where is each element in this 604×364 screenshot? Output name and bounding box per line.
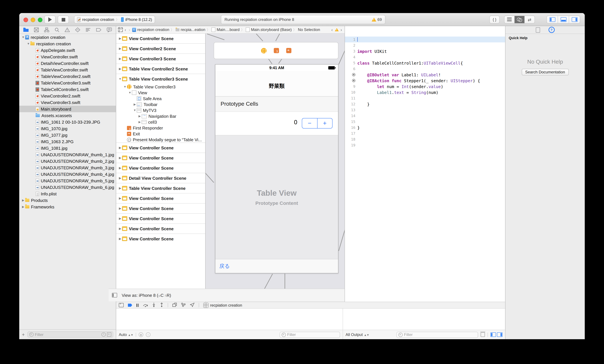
memory-graph-button[interactable] xyxy=(181,303,186,308)
test-navigator-tab[interactable] xyxy=(75,27,80,32)
version-editor-button[interactable]: ⇄ xyxy=(525,16,534,23)
code-line[interactable]: 6 xyxy=(345,66,505,72)
code-line[interactable]: @IBAction func Stepper1(_ sender: UIStep… xyxy=(345,78,505,84)
step-over-button[interactable] xyxy=(143,303,148,307)
disclosure-triangle-icon[interactable]: ▶ xyxy=(118,227,122,230)
scene-row[interactable]: ▶View Controller Scene xyxy=(116,203,205,213)
file-row[interactable]: ▶Frameworks xyxy=(19,204,116,210)
print-description-icon[interactable]: i xyxy=(146,332,151,337)
code-line[interactable]: 17 xyxy=(345,131,505,136)
toggle-outline-icon[interactable] xyxy=(112,293,117,297)
file-row[interactable]: IMG_1081.jpg xyxy=(19,145,116,151)
view-hierarchy-button[interactable] xyxy=(172,303,177,308)
code-editor[interactable]: 123import UIKit45class TableCellControll… xyxy=(345,26,505,308)
outline-item-row[interactable]: ▶cell3 xyxy=(116,119,205,125)
disclosure-triangle-icon[interactable]: ▼ xyxy=(128,91,132,94)
file-row[interactable]: IMG_1070.jpg xyxy=(19,125,116,132)
scene-row[interactable]: ▶View Controller3 Scene xyxy=(116,53,205,64)
unsaved-files-icon[interactable] xyxy=(107,332,111,337)
file-row[interactable]: TableCellController1.swift xyxy=(19,86,116,93)
code-line[interactable]: 16} xyxy=(345,125,505,131)
disclosure-triangle-icon[interactable]: ▶ xyxy=(21,205,25,208)
hide-debug-area-button[interactable] xyxy=(119,303,124,307)
project-navigator-tab[interactable] xyxy=(23,27,29,32)
outline-item-row[interactable]: ▼MyTV3 xyxy=(116,107,205,113)
file-row[interactable]: AppDelegate.swift xyxy=(19,47,116,53)
code-line[interactable]: 12 } xyxy=(345,101,505,107)
code-line[interactable]: 11 xyxy=(345,95,505,101)
disclosure-triangle-icon[interactable]: ▼ xyxy=(133,109,137,112)
file-row[interactable]: ViewController.swift xyxy=(19,53,116,60)
scene-row[interactable]: ▶View Controller Scene xyxy=(116,143,205,153)
breakpoints-toggle-button[interactable] xyxy=(128,303,132,307)
file-row[interactable]: Assets.xcassets xyxy=(19,112,116,119)
stepper-increment[interactable]: + xyxy=(317,118,332,128)
source-control-navigator-tab[interactable] xyxy=(34,27,39,32)
quick-help-tab[interactable]: ? xyxy=(548,27,554,33)
step-into-button[interactable] xyxy=(152,303,156,308)
disclosure-triangle-icon[interactable]: ▶ xyxy=(118,187,122,190)
file-row[interactable]: ▶Products xyxy=(19,197,116,204)
variables-filter-field[interactable]: Filter xyxy=(280,332,340,338)
scene-row[interactable]: ▶Table View Controller2 Scene xyxy=(116,64,205,74)
code-line[interactable]: 18 xyxy=(345,136,505,142)
scene-row[interactable]: ▶View Controller Scene xyxy=(116,233,205,244)
connection-well-icon[interactable] xyxy=(345,73,357,76)
file-inspector-tab[interactable] xyxy=(536,27,540,32)
outline-item-row[interactable]: Exit xyxy=(116,131,205,137)
disclosure-triangle-icon[interactable]: ▼ xyxy=(123,85,127,88)
file-row[interactable]: IMG_1077.jpg xyxy=(19,132,116,138)
toggle-debug-area-button[interactable] xyxy=(558,16,569,23)
debug-navigator-tab[interactable] xyxy=(86,27,91,32)
stop-button[interactable] xyxy=(58,16,69,24)
disclosure-triangle-icon[interactable]: ▶ xyxy=(118,47,122,50)
scene-row[interactable]: ▶View Controller Scene xyxy=(116,193,205,203)
symbol-navigator-tab[interactable] xyxy=(44,27,49,32)
code-line[interactable]: 19 xyxy=(345,142,505,148)
scene-row[interactable]: ▶View Controller2 Scene xyxy=(116,43,205,53)
file-row[interactable]: TableViewController3.swift xyxy=(19,80,116,86)
outline-item-row[interactable]: Present Modally segue to “Table Vi... xyxy=(116,137,205,143)
scene-row[interactable]: ▶View Controller Scene xyxy=(116,223,205,233)
file-row[interactable]: UNADJUSTEDNONRAW_thumb_5.jpg xyxy=(19,177,116,184)
scheme-selector[interactable]: recpiation creation 〉 iPhone 8 (12.2) xyxy=(74,16,155,24)
console-scope-popup[interactable]: All Output ▲▼ xyxy=(346,332,369,337)
variables-scope-popup[interactable]: Auto ▲▼ xyxy=(119,332,133,337)
find-navigator-tab[interactable] xyxy=(54,27,59,32)
toggle-navigator-button[interactable] xyxy=(547,16,558,23)
code-line[interactable]: 13 xyxy=(345,107,505,113)
console-filter-field[interactable]: Filter xyxy=(396,332,478,338)
run-button[interactable] xyxy=(44,16,55,24)
file-row[interactable]: UNADJUSTEDNONRAW_thumb_6.jpg xyxy=(19,184,116,191)
file-row[interactable]: Info.plist xyxy=(19,191,116,197)
view-as-label[interactable]: View as: iPhone 8 (wC hR) xyxy=(122,293,171,298)
file-row[interactable]: TableViewController.swift xyxy=(19,67,116,73)
add-button[interactable]: + xyxy=(22,332,25,337)
code-line[interactable]: 4 xyxy=(345,54,505,60)
file-row[interactable]: ViewController3.swift xyxy=(19,99,116,106)
disclosure-triangle-icon[interactable]: ▶ xyxy=(138,120,142,124)
disclosure-triangle-icon[interactable]: ▶ xyxy=(133,103,137,106)
disclosure-triangle-icon[interactable]: ▶ xyxy=(118,237,122,240)
outline-item-row[interactable]: ▶Navigation Bar xyxy=(116,113,205,119)
file-row[interactable]: UNADJUSTEDNONRAW_thumb_3.jpg xyxy=(19,164,116,171)
disclosure-triangle-icon[interactable]: ▶ xyxy=(138,114,142,118)
recent-files-icon[interactable] xyxy=(101,332,106,337)
disclosure-triangle-icon[interactable]: ▶ xyxy=(118,197,122,200)
scene-row[interactable]: ▶View Controller Scene xyxy=(116,34,205,43)
file-row[interactable]: UNADJUSTEDNONRAW_thumb_1.jpg xyxy=(19,151,116,158)
code-line[interactable]: @IBOutlet var Label1: UILabel! xyxy=(345,72,505,78)
standard-editor-button[interactable] xyxy=(504,16,515,23)
clear-console-button[interactable] xyxy=(481,332,485,337)
file-row[interactable]: UNADJUSTEDNONRAW_thumb_4.jpg xyxy=(19,171,116,177)
code-line[interactable]: 2 xyxy=(345,42,505,48)
debug-location-button[interactable] xyxy=(190,303,194,308)
search-documentation-button[interactable]: Search Documentation xyxy=(522,69,569,75)
warning-count[interactable]: 69 xyxy=(378,17,382,22)
scene-row[interactable]: ▶Detail View Controller Scene xyxy=(116,173,205,183)
disclosure-triangle-icon[interactable]: ▶ xyxy=(118,207,122,210)
close-window-button[interactable] xyxy=(24,18,28,22)
minimize-window-button[interactable] xyxy=(31,18,35,22)
code-line[interactable]: 9 let num = Int(sender.value) xyxy=(345,84,505,89)
file-row[interactable]: ViewController2.swift xyxy=(19,93,116,99)
